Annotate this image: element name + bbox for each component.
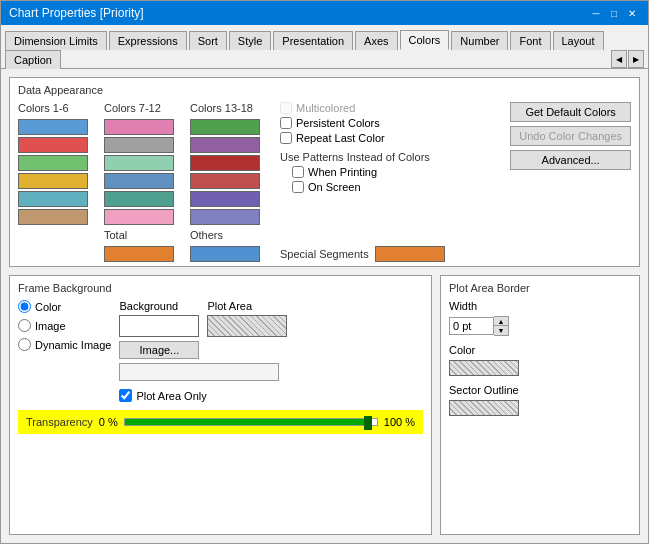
image-radio-row: Image: [18, 319, 111, 332]
swatch-3-3[interactable]: [190, 155, 260, 171]
frame-bg-radio-group: Color Image Dynamic Image: [18, 300, 111, 394]
tab-nav-next[interactable]: ▶: [628, 50, 644, 68]
sector-label: Sector Outline: [449, 384, 519, 396]
tab-font[interactable]: Font: [510, 31, 550, 50]
tab-dimension-limits[interactable]: Dimension Limits: [5, 31, 107, 50]
plot-area-swatch[interactable]: [207, 315, 287, 337]
persistent-checkbox[interactable]: [280, 117, 292, 129]
width-input[interactable]: [449, 317, 494, 335]
slider-thumb[interactable]: [364, 416, 372, 430]
tab-layout[interactable]: Layout: [553, 31, 604, 50]
swatch-2-6[interactable]: [104, 209, 174, 225]
tab-axes[interactable]: Axes: [355, 31, 397, 50]
total-swatch[interactable]: [104, 246, 174, 262]
window-title: Chart Properties [Priority]: [9, 6, 144, 20]
color-group-1: Colors 1-6: [18, 102, 88, 225]
image-radio[interactable]: [18, 319, 31, 332]
colors-options: Multicolored Persistent Colors Repeat La…: [280, 102, 430, 225]
color-group-2-title: Colors 7-12: [104, 102, 174, 114]
slider-track: [124, 418, 378, 426]
frame-bg-title: Frame Background: [18, 282, 423, 294]
background-input-label: Background: [119, 300, 178, 312]
repeat-checkbox[interactable]: [280, 132, 292, 144]
special-swatch[interactable]: [375, 246, 445, 262]
total-group: Total: [104, 229, 174, 262]
image-button[interactable]: Image...: [119, 341, 199, 359]
transparency-label: Transparency: [26, 416, 93, 428]
color-row: Color: [449, 344, 631, 356]
dynamic-radio[interactable]: [18, 338, 31, 351]
tab-caption[interactable]: Caption: [5, 50, 61, 69]
color-buttons: Get Default Colors Undo Color Changes Ad…: [510, 102, 631, 225]
others-label: Others: [190, 229, 260, 241]
swatch-2-1[interactable]: [104, 119, 174, 135]
background-swatch[interactable]: [119, 315, 199, 337]
width-row: Width: [449, 300, 631, 312]
tab-style[interactable]: Style: [229, 31, 271, 50]
swatch-1-4[interactable]: [18, 173, 88, 189]
swatch-1-5[interactable]: [18, 191, 88, 207]
on-screen-label: On Screen: [308, 181, 361, 193]
swatch-3-6[interactable]: [190, 209, 260, 225]
swatch-1-2[interactable]: [18, 137, 88, 153]
color-label: Color: [449, 344, 475, 356]
swatch-2-2[interactable]: [104, 137, 174, 153]
swatch-3-1[interactable]: [190, 119, 260, 135]
advanced-button[interactable]: Advanced...: [510, 150, 631, 170]
get-default-button[interactable]: Get Default Colors: [510, 102, 631, 122]
on-screen-checkbox[interactable]: [292, 181, 304, 193]
image-radio-label: Image: [35, 320, 66, 332]
maximize-button[interactable]: □: [606, 5, 622, 21]
color-radio[interactable]: [18, 300, 31, 313]
swatch-1-1[interactable]: [18, 119, 88, 135]
tab-sort[interactable]: Sort: [189, 31, 227, 50]
width-increment[interactable]: ▲: [494, 317, 508, 326]
width-decrement[interactable]: ▼: [494, 326, 508, 335]
data-appearance-section: Data Appearance Colors 1-6: [9, 77, 640, 267]
tab-presentation[interactable]: Presentation: [273, 31, 353, 50]
repeat-row: Repeat Last Color: [280, 132, 430, 144]
main-window: Chart Properties [Priority] ─ □ ✕ Dimens…: [0, 0, 649, 544]
tab-nav: ◀ ▶: [611, 50, 644, 68]
others-swatch[interactable]: [190, 246, 260, 262]
tab-colors[interactable]: Colors: [400, 30, 450, 50]
swatch-3-4[interactable]: [190, 173, 260, 189]
swatch-3-5[interactable]: [190, 191, 260, 207]
color-group-3-title: Colors 13-18: [190, 102, 260, 114]
tab-expressions[interactable]: Expressions: [109, 31, 187, 50]
color-group-1-title: Colors 1-6: [18, 102, 88, 114]
when-printing-label: When Printing: [308, 166, 377, 178]
background-input-col: Background: [119, 300, 199, 337]
when-printing-checkbox[interactable]: [292, 166, 304, 178]
extra-swatches-row: Total Others Special Segments: [18, 229, 631, 262]
transparency-pct-start: 0 %: [99, 416, 118, 428]
sector-swatch[interactable]: [449, 400, 519, 416]
swatch-3-2[interactable]: [190, 137, 260, 153]
plot-border-title: Plot Area Border: [449, 282, 631, 294]
color-radio-row: Color: [18, 300, 111, 313]
swatch-1-6[interactable]: [18, 209, 88, 225]
repeat-label: Repeat Last Color: [296, 132, 385, 144]
swatch-1-3[interactable]: [18, 155, 88, 171]
plot-area-input-col: Plot Area: [207, 300, 287, 337]
persistent-row: Persistent Colors: [280, 117, 430, 129]
color-radio-label: Color: [35, 301, 61, 313]
title-bar: Chart Properties [Priority] ─ □ ✕: [1, 1, 648, 25]
multicolored-checkbox[interactable]: [280, 102, 292, 114]
close-button[interactable]: ✕: [624, 5, 640, 21]
swatch-2-5[interactable]: [104, 191, 174, 207]
swatch-2-3[interactable]: [104, 155, 174, 171]
title-bar-buttons: ─ □ ✕: [588, 5, 640, 21]
border-color-swatch[interactable]: [449, 360, 519, 376]
dynamic-image-input[interactable]: [119, 363, 279, 381]
tab-number[interactable]: Number: [451, 31, 508, 50]
undo-button[interactable]: Undo Color Changes: [510, 126, 631, 146]
total-label: Total: [104, 229, 174, 241]
others-group: Others: [190, 229, 260, 262]
tab-nav-prev[interactable]: ◀: [611, 50, 627, 68]
special-segments-label: Special Segments: [280, 248, 369, 260]
minimize-button[interactable]: ─: [588, 5, 604, 21]
plot-area-only-checkbox[interactable]: [119, 389, 132, 402]
transparency-slider[interactable]: [124, 414, 378, 430]
swatch-2-4[interactable]: [104, 173, 174, 189]
